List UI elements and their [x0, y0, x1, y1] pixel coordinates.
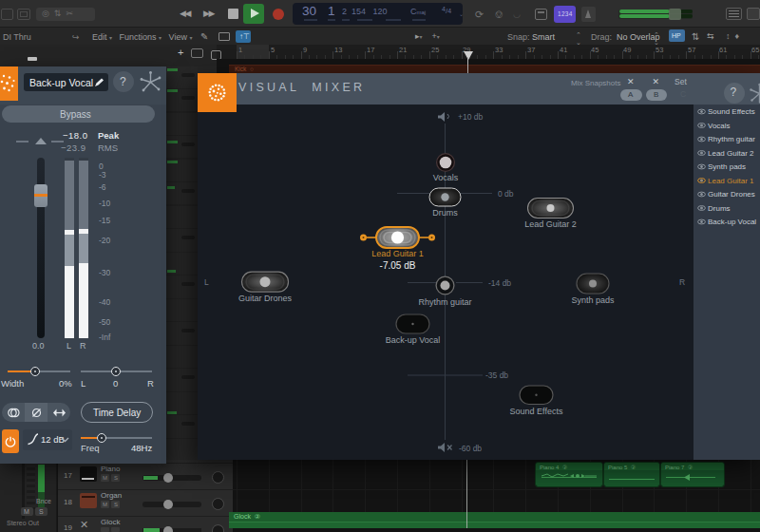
svg-text:Synth pads: Synth pads	[571, 295, 615, 305]
svg-text:+10 db: +10 db	[458, 112, 484, 122]
svg-text:-7.05 dB: -7.05 dB	[380, 260, 416, 271]
svg-text:R: R	[679, 277, 685, 287]
svg-text:L: L	[204, 277, 209, 287]
svg-text:Sound Effects: Sound Effects	[510, 407, 563, 416]
svg-text:Vocals: Vocals	[433, 173, 459, 182]
svg-text:Back-up Vocal: Back-up Vocal	[386, 335, 441, 345]
svg-text:-35 db: -35 db	[485, 370, 508, 380]
svg-text:-60 db: -60 db	[459, 444, 482, 453]
svg-text:Lead Guitar 2: Lead Guitar 2	[524, 219, 577, 229]
svg-text:-14 db: -14 db	[488, 278, 511, 288]
svg-text:Drums: Drums	[432, 208, 458, 218]
svg-text:Lead Guitar 1: Lead Guitar 1	[371, 249, 424, 258]
svg-text:Guitar Drones: Guitar Drones	[238, 294, 293, 303]
svg-text:Rhythm guitar: Rhythm guitar	[418, 297, 471, 307]
svg-text:0 db: 0 db	[498, 189, 514, 199]
